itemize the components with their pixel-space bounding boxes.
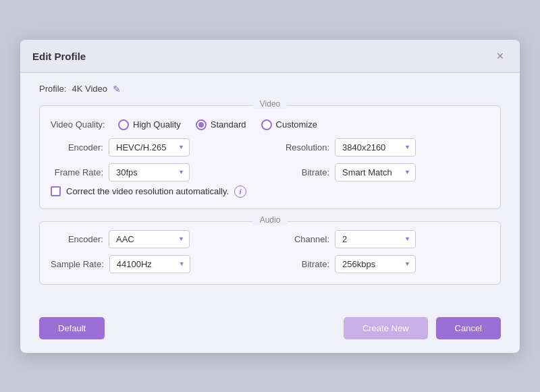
edit-profile-icon[interactable]: ✎ xyxy=(113,84,121,94)
quality-options: High Quality Standard Customize xyxy=(118,119,317,130)
channel-label: Channel: xyxy=(277,234,329,244)
video-bitrate-field: Bitrate: Smart Match Custom High Medium … xyxy=(277,163,489,181)
framerate-select-wrapper: 30fps 24fps 60fps xyxy=(109,163,190,181)
audio-bitrate-label: Bitrate: xyxy=(277,259,329,269)
footer-right-buttons: Create New Cancel xyxy=(344,317,501,339)
channel-select[interactable]: 2 1 6 xyxy=(335,230,416,248)
audio-section: Audio Encoder: AAC MP3 OGG Channel: xyxy=(39,221,501,285)
channel-field: Channel: 2 1 6 xyxy=(277,230,489,248)
radio-customize[interactable] xyxy=(261,119,272,130)
edit-profile-dialog: Edit Profile × Profile: 4K Video ✎ Video… xyxy=(20,40,520,353)
video-section-title: Video xyxy=(253,99,287,109)
dialog-body: Profile: 4K Video ✎ Video Video Quality:… xyxy=(20,73,520,310)
title-bar: Edit Profile × xyxy=(20,40,520,73)
resolution-select[interactable]: 3840x2160 1920x1080 1280x720 xyxy=(335,138,416,157)
audio-fields-grid: Encoder: AAC MP3 OGG Channel: 2 xyxy=(51,230,489,273)
radio-standard[interactable] xyxy=(196,119,207,130)
audio-encoder-select[interactable]: AAC MP3 OGG xyxy=(109,230,190,248)
framerate-select[interactable]: 30fps 24fps 60fps xyxy=(109,163,190,181)
video-bitrate-select-wrapper: Smart Match Custom High Medium Low xyxy=(335,163,416,181)
close-button[interactable]: × xyxy=(493,49,508,64)
video-quality-label: Video Quality: xyxy=(51,119,111,130)
sample-rate-select[interactable]: 44100Hz 48000Hz 22050Hz xyxy=(109,255,190,273)
create-new-button[interactable]: Create New xyxy=(344,317,428,339)
auto-resolution-row: Correct the video resolution automatical… xyxy=(51,186,489,198)
video-quality-row: Video Quality: High Quality Standard Cus… xyxy=(51,119,489,130)
dialog-title: Edit Profile xyxy=(32,51,86,62)
auto-resolution-label: Correct the video resolution automatical… xyxy=(66,186,229,196)
encoder-select-wrapper: HEVC/H.265 H.264 VP9 xyxy=(109,138,190,157)
sample-rate-label: Sample Rate: xyxy=(51,259,104,269)
framerate-label: Frame Rate: xyxy=(51,167,103,177)
radio-high[interactable] xyxy=(118,119,129,130)
resolution-field: Resolution: 3840x2160 1920x1080 1280x720 xyxy=(277,138,489,157)
resolution-label: Resolution: xyxy=(277,142,329,152)
audio-bitrate-select[interactable]: 256kbps 192kbps 128kbps 320kbps xyxy=(335,255,416,273)
audio-encoder-select-wrapper: AAC MP3 OGG xyxy=(109,230,190,248)
quality-standard-label: Standard xyxy=(211,119,246,130)
profile-row: Profile: 4K Video ✎ xyxy=(39,84,501,94)
cancel-button[interactable]: Cancel xyxy=(436,317,501,339)
channel-select-wrapper: 2 1 6 xyxy=(335,230,416,248)
info-icon[interactable]: i xyxy=(234,186,246,198)
video-section: Video Video Quality: High Quality Standa… xyxy=(39,105,501,209)
profile-value: 4K Video xyxy=(72,84,107,94)
framerate-field: Frame Rate: 30fps 24fps 60fps xyxy=(51,163,263,181)
audio-encoder-field: Encoder: AAC MP3 OGG xyxy=(51,230,263,248)
video-fields-grid: Encoder: HEVC/H.265 H.264 VP9 Resolution… xyxy=(51,138,489,181)
sample-rate-select-wrapper: 44100Hz 48000Hz 22050Hz xyxy=(109,255,190,273)
video-bitrate-select[interactable]: Smart Match Custom High Medium Low xyxy=(335,163,416,181)
audio-section-title: Audio xyxy=(253,215,288,225)
resolution-select-wrapper: 3840x2160 1920x1080 1280x720 xyxy=(335,138,416,157)
auto-resolution-checkbox[interactable] xyxy=(51,186,61,196)
encoder-label: Encoder: xyxy=(51,142,103,152)
quality-customize-label: Customize xyxy=(276,119,317,130)
profile-label: Profile: xyxy=(39,84,66,94)
sample-rate-field: Sample Rate: 44100Hz 48000Hz 22050Hz xyxy=(51,255,263,273)
video-bitrate-label: Bitrate: xyxy=(277,167,329,177)
default-button[interactable]: Default xyxy=(39,317,105,339)
quality-high-label: High Quality xyxy=(133,119,181,130)
encoder-field: Encoder: HEVC/H.265 H.264 VP9 xyxy=(51,138,263,157)
encoder-select[interactable]: HEVC/H.265 H.264 VP9 xyxy=(109,138,190,157)
quality-customize[interactable]: Customize xyxy=(261,119,317,130)
audio-bitrate-select-wrapper: 256kbps 192kbps 128kbps 320kbps xyxy=(335,255,416,273)
quality-high[interactable]: High Quality xyxy=(118,119,181,130)
dialog-footer: Default Create New Cancel xyxy=(20,310,520,353)
audio-bitrate-field: Bitrate: 256kbps 192kbps 128kbps 320kbps xyxy=(277,255,489,273)
quality-standard[interactable]: Standard xyxy=(196,119,246,130)
audio-encoder-label: Encoder: xyxy=(51,234,103,244)
